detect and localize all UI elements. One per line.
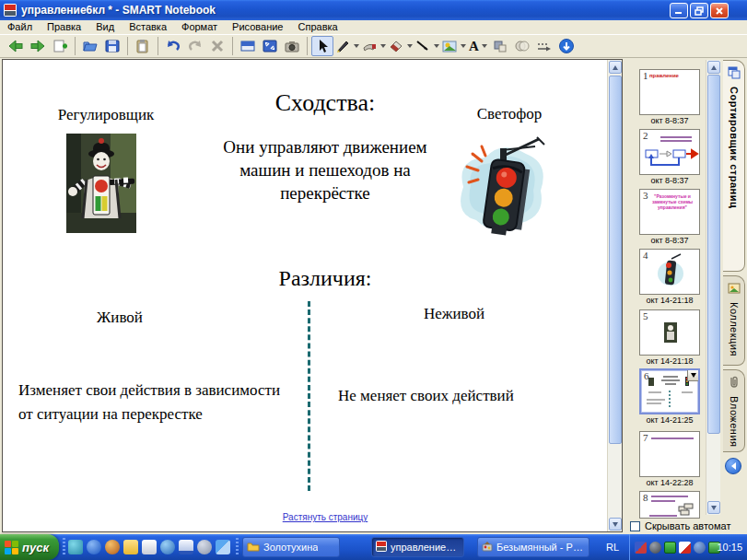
tray-icon-volume[interactable] [694, 542, 706, 554]
screen-capture-button[interactable] [281, 36, 303, 56]
eraser-dropdown-caret[interactable] [407, 44, 413, 48]
similarities-text[interactable]: Они управляют движением машин и пешеходо… [201, 135, 449, 204]
creative-pen-tool-button[interactable] [360, 36, 387, 56]
shapes-dropdown-caret[interactable] [461, 44, 466, 48]
group-button[interactable] [489, 36, 511, 56]
thumbnail-photo [664, 322, 677, 343]
menu-help[interactable]: Справка [291, 20, 345, 34]
tab-gallery[interactable]: Коллекция [723, 275, 745, 366]
more-tools-button[interactable] [555, 36, 578, 56]
menu-format[interactable]: Формат [174, 20, 225, 34]
menu-draw[interactable]: Рисование [225, 20, 290, 34]
shapes-icon [441, 39, 458, 53]
text-dropdown-caret[interactable] [482, 44, 487, 48]
open-button[interactable] [79, 36, 101, 56]
fullscreen-button[interactable] [259, 36, 281, 56]
sidebar-scrollbar-thumb[interactable] [707, 75, 720, 434]
right-detail-text[interactable]: Не меняет своих действий [338, 384, 568, 408]
next-page-button[interactable] [27, 36, 49, 56]
page-thumbnail-1[interactable]: 1 правление окт 8-8:37 [639, 69, 700, 125]
language-indicator[interactable]: RL [599, 534, 626, 560]
sidebar-scroll-down-button[interactable] [707, 501, 720, 514]
traffic-controller-photo[interactable] [66, 134, 136, 237]
eraser-tool-button[interactable] [387, 36, 414, 56]
quick-launch-icon-messenger[interactable] [68, 540, 83, 554]
creative-pen-dropdown-caret[interactable] [380, 44, 386, 48]
traffic-light-picture[interactable] [449, 130, 552, 242]
canvas-scrollbar-thumb[interactable] [609, 76, 622, 444]
line-tool-button[interactable] [414, 36, 440, 56]
menu-insert[interactable]: Вставка [122, 20, 174, 34]
tray-icon-display[interactable] [635, 542, 647, 554]
measure-button[interactable] [533, 36, 555, 56]
pen-tool-button[interactable] [333, 36, 360, 56]
save-button[interactable] [101, 36, 123, 56]
quick-launch-icon-search[interactable] [197, 540, 212, 554]
start-button[interactable]: пуск [0, 534, 59, 560]
quick-launch-icon-browser[interactable] [87, 540, 101, 554]
quick-launch-icon-explorer[interactable] [160, 540, 175, 554]
paperclip-icon [728, 376, 741, 392]
right-object-label[interactable]: Светофор [426, 105, 592, 123]
text-tool-button[interactable]: A [467, 36, 489, 56]
differences-title[interactable]: Различия: [205, 266, 445, 291]
page-menu-button[interactable] [687, 369, 699, 381]
page-thumbnail-3[interactable]: 3 "Разомкнутые и замкнутые схемы управле… [639, 189, 700, 245]
delete-button[interactable] [206, 36, 228, 56]
auto-hide-checkbox[interactable] [630, 521, 640, 531]
extend-page-link[interactable]: Растянуть страницу [201, 512, 449, 522]
page-caption: окт 8-8:37 [639, 116, 700, 125]
quick-launch-icon-desktop[interactable] [216, 540, 230, 554]
sidebar-scrollbar[interactable] [706, 60, 720, 515]
quick-launch-icon-notepad[interactable] [142, 540, 157, 554]
previous-page-button[interactable] [5, 36, 27, 56]
similarities-title[interactable]: Сходства: [205, 89, 445, 117]
task-button-smart-notebook[interactable]: управление6кл * - ... [371, 537, 464, 557]
slide-canvas[interactable]: Регулировщик [2, 59, 623, 532]
taskbar-clock[interactable]: 10:15 [717, 534, 742, 560]
close-button[interactable] [710, 3, 729, 18]
page-thumbnail-7[interactable]: 7 окт 14-22:28 [639, 431, 700, 487]
previous-page-icon [7, 39, 24, 53]
page-thumbnail-5[interactable]: 5 окт 14-21:18 [639, 309, 700, 366]
tab-page-sorter[interactable]: Сортировщик страниц [723, 60, 745, 272]
task-button-folder[interactable]: Золотухина [242, 537, 340, 557]
canvas-scroll-up-button[interactable] [609, 61, 622, 74]
collapse-sidebar-button[interactable] [725, 458, 741, 474]
tray-icon-code[interactable] [664, 542, 676, 554]
select-tool-button[interactable] [311, 36, 333, 56]
sidebar-scroll-up-button[interactable] [707, 61, 720, 74]
left-property-label[interactable]: Живой [55, 309, 184, 327]
restore-button[interactable] [690, 3, 708, 18]
screen-shade-button[interactable] [237, 36, 259, 56]
redo-button[interactable] [184, 36, 206, 56]
page-thumbnail-8[interactable]: 8 [639, 491, 700, 519]
tray-icon-alert[interactable] [679, 542, 691, 554]
transparency-button[interactable] [511, 36, 533, 56]
page-thumbnail-4[interactable]: 4 окт 14-21:18 [639, 249, 700, 305]
pen-dropdown-caret[interactable] [354, 44, 359, 48]
undo-button[interactable] [162, 36, 184, 56]
task-button-paint[interactable]: Безымянный - Paint [477, 537, 589, 557]
tab-attachments[interactable]: Вложения [723, 369, 745, 452]
minimize-button[interactable] [670, 3, 688, 18]
canvas-scroll-down-button[interactable] [609, 518, 622, 531]
canvas-scrollbar[interactable] [607, 60, 622, 531]
tray-icon-utility[interactable] [649, 542, 661, 554]
quick-launch-icon-player[interactable] [105, 540, 120, 554]
page-thumbnail-6-selected[interactable]: 6 окт 14-21:25 [639, 368, 700, 425]
shapes-tool-button[interactable] [440, 36, 467, 56]
dashed-divider-line[interactable] [308, 301, 310, 491]
left-object-label[interactable]: Регулировщик [41, 106, 170, 124]
menu-file[interactable]: Файл [0, 20, 40, 34]
line-dropdown-caret[interactable] [434, 44, 439, 48]
left-detail-text[interactable]: Изменяет свои действия в зависимости от … [18, 379, 290, 426]
menu-view[interactable]: Вид [88, 20, 122, 34]
paste-button[interactable] [132, 36, 154, 56]
menu-edit[interactable]: Правка [40, 20, 88, 34]
quick-launch-icon-folder[interactable] [123, 540, 138, 554]
right-property-label[interactable]: Неживой [390, 305, 519, 323]
page-thumbnail-2[interactable]: 2 окт 8-8:37 [639, 129, 700, 185]
quick-launch-icon-word[interactable] [179, 540, 193, 554]
add-page-button[interactable] [49, 36, 71, 56]
